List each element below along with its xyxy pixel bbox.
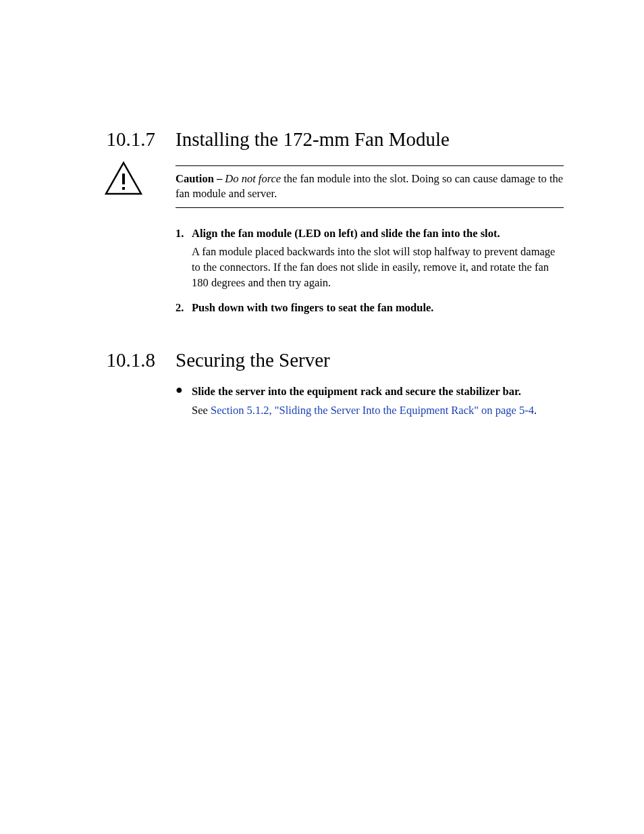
bullet-see: See Section 5.1.2, "Sliding the Server I… [192, 402, 537, 419]
bullet-list: ● Slide the server into the equipment ra… [176, 384, 564, 419]
step-number: 2. [176, 300, 192, 315]
section-number: 10.1.8 [0, 349, 176, 371]
caution-text: Caution – Do not force the fan module in… [176, 166, 564, 207]
step-desc: A fan module placed backwards into the s… [192, 244, 564, 290]
step-number: 1. [176, 226, 192, 290]
caution-label: Caution – [176, 172, 222, 185]
step-head: Push down with two fingers to seat the f… [192, 300, 433, 315]
caution-block: Caution – Do not force the fan module in… [176, 165, 564, 208]
svg-rect-2 [122, 187, 125, 190]
svg-rect-1 [122, 174, 125, 184]
step-head: Align the fan module (LED on left) and s… [192, 226, 564, 241]
step-item: 2. Push down with two fingers to seat th… [176, 300, 564, 315]
ordered-steps: 1. Align the fan module (LED on left) an… [176, 226, 564, 315]
bullet-head: Slide the server into the equipment rack… [192, 384, 537, 400]
cross-reference-link[interactable]: Section 5.1.2, "Sliding the Server Into … [211, 404, 534, 417]
section-heading: 10.1.7 Installing the 172-mm Fan Module [0, 128, 644, 151]
section-number: 10.1.7 [0, 128, 176, 151]
section-title: Securing the Server [176, 349, 330, 371]
caution-emphasis: Do not force [225, 172, 281, 185]
section-heading: 10.1.8 Securing the Server [0, 349, 644, 371]
see-prefix: See [192, 404, 211, 417]
bullet-item: ● Slide the server into the equipment ra… [176, 384, 564, 419]
bullet-marker: ● [176, 384, 192, 419]
see-suffix: . [534, 404, 537, 417]
section-title: Installing the 172-mm Fan Module [176, 128, 450, 151]
caution-icon [105, 161, 142, 198]
step-item: 1. Align the fan module (LED on left) an… [176, 226, 564, 290]
